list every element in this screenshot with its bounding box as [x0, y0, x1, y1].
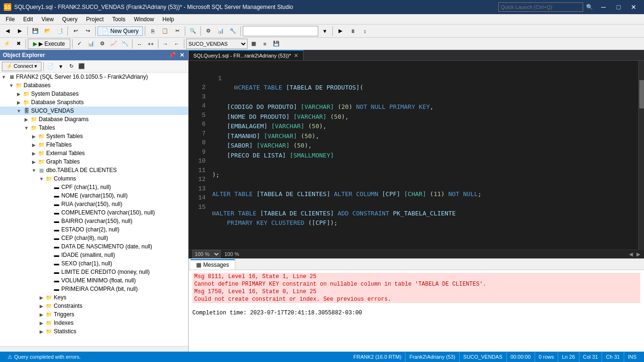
menu-edit[interactable]: Edit	[19, 14, 37, 25]
tree-col-bairro[interactable]: ▬ BAIRRO (varchar(150), null)	[0, 217, 188, 225]
scroll-left-icon[interactable]: ◀	[629, 251, 633, 257]
tree-db-snapshots[interactable]: ▶ 📁 Database Snapshots	[0, 98, 188, 107]
tab-close-button[interactable]: ✕	[294, 52, 298, 59]
editor-zoom-select[interactable]: 100 %	[192, 250, 221, 258]
statistics-expander[interactable]: ▶	[38, 328, 45, 335]
oe-hscrollbar[interactable]	[0, 346, 188, 352]
paste-button[interactable]: 📋	[159, 25, 171, 37]
save-button[interactable]: 💾	[30, 25, 41, 37]
query-options-button[interactable]: ⚙	[97, 39, 107, 49]
tree-system-tables[interactable]: ▶ 📁 System Tables	[0, 132, 188, 140]
copy-button[interactable]: ⎘	[147, 25, 158, 37]
editor-vscrollbar[interactable]	[638, 61, 644, 249]
redo-button[interactable]: ↪	[82, 25, 93, 37]
system-dbs-expander[interactable]: ▶	[15, 90, 23, 98]
debug-button[interactable]: ▶	[335, 25, 346, 37]
indexes-expander[interactable]: ▶	[38, 319, 45, 327]
uncomment-button[interactable]: ++	[146, 39, 156, 49]
debug2-button[interactable]: ⏸	[347, 25, 358, 37]
results-to-text-button[interactable]: ≡	[260, 39, 270, 49]
new-query-button[interactable]: 📄 New Query	[98, 26, 143, 36]
tree-col-idade[interactable]: ▬ IDADE (smallint, null)	[0, 251, 188, 259]
menu-window[interactable]: Window	[130, 14, 158, 25]
tree-columns-folder[interactable]: ▼ 📁 Columns	[0, 174, 188, 183]
triggers-expander[interactable]: ▶	[38, 311, 45, 318]
tree-system-dbs[interactable]: ▶ 📁 System Databases	[0, 90, 188, 98]
tree-server[interactable]: ▼ 🖥 FRANK2 (SQL Server 16.0.1050.5 - Fra…	[0, 73, 188, 81]
tree-col-primeira[interactable]: ▬ PRIMEIRA COMPRA (bit, null)	[0, 285, 188, 293]
tree-statistics[interactable]: ▶ 📁 Statistics	[0, 327, 188, 336]
maximize-button[interactable]: □	[612, 2, 625, 12]
menu-view[interactable]: View	[38, 14, 58, 25]
back-button[interactable]: ◀	[2, 25, 13, 37]
oe-refresh-button[interactable]: ↻	[66, 62, 76, 71]
misc4-button[interactable]: ↕	[359, 25, 371, 37]
tree-col-cep[interactable]: ▬ CEP (char(8), null)	[0, 234, 188, 242]
columns-expander[interactable]: ▼	[38, 175, 45, 182]
tree-col-rua[interactable]: ▬ RUA (varchar(150), null)	[0, 200, 188, 208]
menu-file[interactable]: File	[2, 14, 18, 25]
constraints-expander[interactable]: ▶	[38, 302, 45, 310]
tree-tables[interactable]: ▼ 📁 Tables	[0, 123, 188, 132]
sql-editor[interactable]: 123456789101112131415 ⊟CREATE TABLE [TAB…	[189, 61, 644, 249]
include-actual-button[interactable]: 📈	[108, 39, 119, 49]
unindent-button[interactable]: ←	[172, 39, 182, 49]
tree-db-diagrams[interactable]: ▶ 📁 Database Diagrams	[0, 115, 188, 123]
save-all-button[interactable]: 📑	[54, 25, 66, 37]
tree-col-sexo[interactable]: ▬ SEXO (char(1), null)	[0, 259, 188, 268]
misc1-button[interactable]: ⚙	[203, 25, 214, 37]
connect-tb-button[interactable]: ⚡	[2, 39, 12, 49]
indent-button[interactable]: →	[160, 39, 171, 49]
menu-help[interactable]: Help	[159, 14, 178, 25]
open-file-button[interactable]: 📂	[42, 25, 53, 37]
menu-query[interactable]: Query	[58, 14, 82, 25]
oe-connect-button[interactable]: ⚡ Connect ▾	[2, 62, 41, 71]
tree-keys[interactable]: ▶ 📁 Keys	[0, 293, 188, 302]
ext-tables-expander[interactable]: ▶	[30, 149, 38, 157]
tree-col-cpf[interactable]: ▬ CPF (char(11), null)	[0, 183, 188, 191]
tree-suco-vendas[interactable]: ▼ 🗄 SUCO_VENDAS	[0, 107, 188, 115]
execute-button[interactable]: ▶ ▶ Execute	[28, 39, 70, 49]
tables-expander[interactable]: ▼	[23, 124, 30, 132]
sql-tab-main[interactable]: SQLQuery1.sql - FR...rank2\Adriany (53))…	[189, 50, 304, 60]
scroll-right-icon[interactable]: ▶	[636, 251, 640, 257]
suco-expander[interactable]: ▼	[15, 107, 23, 115]
diagrams-expander[interactable]: ▶	[23, 115, 30, 123]
include-client-button[interactable]: 📉	[120, 39, 130, 49]
results-to-file-button[interactable]: 💾	[271, 39, 281, 49]
tree-indexes[interactable]: ▶ 📁 Indexes	[0, 319, 188, 327]
oe-filter-button[interactable]: ▼	[56, 62, 66, 71]
tree-file-tables[interactable]: ▶ 📁 FileTables	[0, 140, 188, 149]
undo-button[interactable]: ↩	[70, 25, 81, 37]
oe-new-query-button[interactable]: 📄	[46, 62, 55, 71]
disconnect-tb-button[interactable]: ✖	[13, 39, 24, 49]
oe-stop-button[interactable]: ⬛	[77, 62, 86, 71]
tree-col-datanasc[interactable]: ▬ DATA DE NASCIMENTO (date, null)	[0, 242, 188, 251]
sys-tables-expander[interactable]: ▶	[30, 132, 38, 140]
file-tables-expander[interactable]: ▶	[30, 141, 38, 148]
parse-button[interactable]: ✓	[74, 39, 85, 49]
minimize-button[interactable]: ─	[597, 2, 610, 12]
misc3-button[interactable]: 🔧	[227, 25, 239, 37]
results-tab-messages[interactable]: ▦ Messages	[190, 259, 235, 270]
tree-databases[interactable]: ▼ 📁 Databases	[0, 81, 188, 90]
tree-col-limite[interactable]: ▬ LIMITE DE CREDITO (money, null)	[0, 268, 188, 276]
close-button[interactable]: ✕	[627, 2, 640, 12]
tree-dbo-clientes[interactable]: ▼ ▦ dbo.TABELA DE CLIENTES	[0, 166, 188, 174]
results-to-grid-button[interactable]: ▦	[248, 39, 259, 49]
keys-expander[interactable]: ▶	[38, 294, 45, 301]
comment-button[interactable]: --	[134, 39, 145, 49]
tree-col-comp[interactable]: ▬ COMPLEMENTO (varchar(150), null)	[0, 208, 188, 217]
menu-tools[interactable]: Tools	[108, 14, 129, 25]
database-selector[interactable]: SUCO_VENDAS	[186, 39, 248, 49]
vscroll-thumb[interactable]	[639, 80, 644, 108]
tree-triggers[interactable]: ▶ 📁 Triggers	[0, 310, 188, 319]
menu-project[interactable]: Project	[83, 14, 107, 25]
tree-graph-tables[interactable]: ▶ 📁 Graph Tables	[0, 157, 188, 166]
tree-col-estado[interactable]: ▬ ESTADO (char(2), null)	[0, 225, 188, 234]
display-estimated-button[interactable]: 📊	[86, 39, 96, 49]
oe-close-button[interactable]: ✕	[179, 52, 185, 58]
tree-ext-tables[interactable]: ▶ 📁 External Tables	[0, 149, 188, 157]
oe-pin-button[interactable]: 📌	[168, 52, 177, 58]
quick-launch-input[interactable]	[498, 2, 583, 12]
